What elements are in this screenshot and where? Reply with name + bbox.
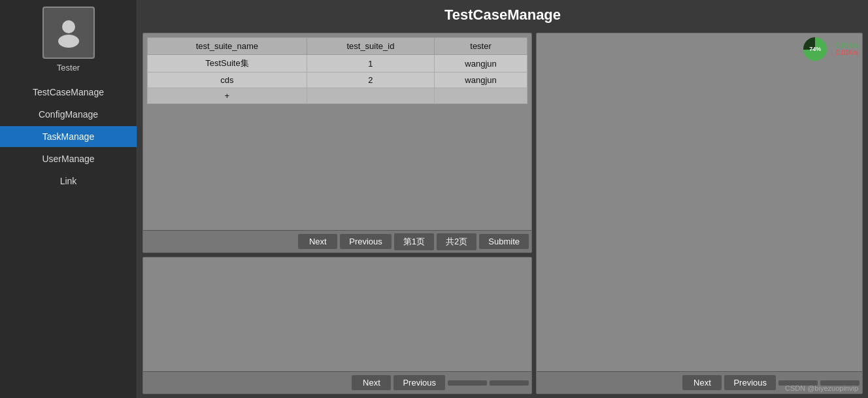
right-panel: 74% ↑ 0.01K/s ↓ 0.01K/s Next Previous CS… — [536, 33, 863, 394]
perf-stats: ↑ 0.01K/s ↓ 0.01K/s — [831, 42, 858, 56]
perf-up-speed: ↑ 0.01K/s — [831, 42, 858, 49]
sidebar: Tester TestCaseManage ConfigManage TaskM… — [0, 0, 137, 398]
table-row[interactable]: cds2wangjun — [148, 73, 527, 88]
perf-down-speed: ↓ 0.01K/s — [831, 49, 858, 56]
table-cell: wangjun — [435, 55, 527, 73]
right-panel-content — [537, 33, 862, 371]
sidebar-item-task[interactable]: TaskManage — [0, 126, 137, 147]
bottom-page-label — [448, 380, 487, 386]
page-title: TestCaseManage — [137, 0, 868, 29]
col-header-id: test_suite_id — [307, 38, 434, 55]
table-add-cell-empty2 — [435, 88, 527, 104]
top-total-pages[interactable]: 共2页 — [437, 233, 476, 250]
top-next-button[interactable]: Next — [298, 234, 337, 249]
sidebar-item-testcase[interactable]: TestCaseManage — [0, 82, 137, 103]
table-add-row[interactable]: + — [148, 88, 527, 104]
perf-percent: 74% — [809, 46, 821, 52]
sidebar-item-user[interactable]: UserManage — [0, 148, 137, 169]
table-add-cell[interactable]: + — [148, 88, 307, 104]
table-cell: 2 — [307, 73, 434, 88]
data-table: test_suite_name test_suite_id tester Tes… — [147, 37, 527, 104]
panels-area: test_suite_name test_suite_id tester Tes… — [137, 29, 868, 398]
watermark: CSDN @biyezuopinvip — [785, 384, 858, 392]
top-submit-button[interactable]: Submite — [479, 234, 529, 249]
table-add-cell-empty1 — [307, 88, 434, 104]
bottom-panel-body — [143, 257, 531, 371]
col-header-name: test_suite_name — [148, 38, 307, 55]
right-next-button[interactable]: Next — [682, 375, 722, 390]
user-icon — [52, 15, 85, 50]
perf-widget: 74% ↑ 0.01K/s ↓ 0.01K/s — [803, 37, 858, 61]
table-header-row: test_suite_name test_suite_id tester — [148, 38, 527, 55]
avatar-label: Tester — [57, 63, 80, 73]
table-cell: 1 — [307, 55, 434, 73]
top-panel-footer: Next Previous 第1页 共2页 Submite — [143, 230, 531, 252]
sidebar-item-config[interactable]: ConfigManage — [0, 104, 137, 125]
top-panel-body: test_suite_name test_suite_id tester Tes… — [143, 33, 531, 230]
svg-point-1 — [58, 35, 79, 48]
bottom-previous-button[interactable]: Previous — [393, 375, 445, 390]
table-cell: wangjun — [435, 73, 527, 88]
bottom-panel: Next Previous — [142, 257, 532, 394]
svg-point-0 — [62, 20, 75, 33]
avatar — [42, 7, 95, 59]
bottom-total-label — [490, 380, 529, 386]
main-content: TestCaseManage test_suite_name test_suit… — [137, 0, 868, 398]
top-previous-button[interactable]: Previous — [340, 234, 392, 249]
left-column: test_suite_name test_suite_id tester Tes… — [142, 33, 532, 394]
table-cell: cds — [148, 73, 307, 88]
bottom-panel-footer: Next Previous — [143, 371, 531, 393]
col-header-tester: tester — [435, 38, 527, 55]
bottom-next-button[interactable]: Next — [352, 375, 391, 390]
table-row[interactable]: TestSuite集1wangjun — [148, 55, 527, 73]
right-previous-button[interactable]: Previous — [724, 375, 776, 390]
top-panel: test_suite_name test_suite_id tester Tes… — [142, 33, 532, 253]
top-current-page[interactable]: 第1页 — [394, 233, 434, 250]
sidebar-item-link[interactable]: Link — [0, 171, 137, 191]
sidebar-nav: TestCaseManage ConfigManage TaskManage U… — [0, 82, 137, 191]
perf-circle: 74% — [803, 37, 827, 61]
table-cell: TestSuite集 — [148, 55, 307, 73]
